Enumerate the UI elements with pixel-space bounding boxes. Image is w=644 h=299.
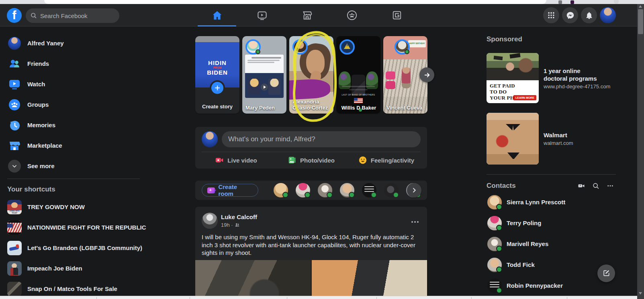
notifications-button[interactable] [581,7,597,23]
video-camera-plus-icon [207,187,215,193]
scrollbar-thumb[interactable] [638,9,643,34]
browser-extension-icon[interactable] [570,0,574,4]
search-bar[interactable] [26,8,119,23]
sidebar-item-label: Watch [27,81,45,87]
sidebar-item-friends[interactable]: Friends [3,53,144,74]
page-scrollbar[interactable] [637,4,644,299]
sidebar-item-see-more[interactable]: See more [3,156,144,176]
contacts-options-button[interactable] [605,180,616,191]
bottom-window-edge [0,296,644,299]
story-card-alexandria-ocasio-cortez[interactable]: Alexandria Ocasio-Cortez [289,36,333,114]
messenger-button[interactable] [562,7,578,23]
sponsored-header: Sponsored [487,35,616,43]
sidebar-item-memories[interactable]: Memories [3,115,144,135]
contact-robin-pennypacker[interactable]: Robin Pennypacker [487,275,616,296]
sidebar-item-label: Alfred Yaney [27,40,64,47]
memories-icon [7,118,22,132]
post-menu-button[interactable] [409,216,421,228]
sponsored-ad-walmart[interactable]: Walmart walmart.com [487,113,616,165]
post-author-name[interactable]: Luke Calcoff [221,214,257,220]
sidebar-item-marketplace[interactable]: Marketplace [3,135,144,156]
contacts-header: Contacts [487,182,572,190]
active-friend-avatar[interactable] [296,183,310,197]
play-icon [261,83,268,91]
ellipsis-icon [607,182,614,189]
sidebar-item-label: Memories [27,122,55,128]
browser-profile-icon[interactable] [614,0,619,4]
post-author-avatar[interactable] [202,213,218,229]
nav-right-icons [543,7,616,23]
shortcut-nationwide-fight[interactable]: NATIONWIDE FIGHT FOR THE REPUBLIC [3,217,144,238]
active-friend-avatar[interactable] [318,183,332,197]
shortcuts-header: Your shortcuts [3,179,144,197]
live-video-button[interactable]: Live video [198,153,274,167]
learn-more-button[interactable]: LEARN MORE [513,95,536,100]
marketplace-icon-blue [7,138,22,153]
shortcut-lets-go-brandon[interactable]: Let's Go Brandon (LGBFJB Community) [3,238,144,258]
plus-icon[interactable]: + [210,80,225,96]
photo-video-button[interactable]: Photo/video [274,153,349,167]
contact-todd-fick[interactable]: Todd Fick [487,254,616,275]
stories-next-button[interactable] [419,67,434,82]
composer-avatar[interactable] [202,131,218,147]
gaming-icon [392,10,402,20]
active-friend-avatar[interactable] [384,183,399,197]
online-dot [256,49,260,54]
ad-image [487,113,539,165]
right-divider [487,174,616,175]
create-story-photo: HIDIN FROM BIDEN [195,36,239,87]
create-room-button[interactable]: Create room [202,184,258,197]
post-images [195,260,427,296]
contact-avatar [487,195,502,210]
post-meta[interactable]: 19h · [221,222,240,228]
contact-marivell-reyes[interactable]: Marivell Reyes [487,234,616,254]
shortcut-thumbnail [7,200,22,214]
contact-sierra-lynn-prescott[interactable]: Sierra Lynn Prescott [487,192,616,212]
sponsored-ad-phd[interactable]: GET PAID TO DO YOUR PHD LEARN MORE 1 yea… [487,53,616,103]
photo-video-icon [288,156,296,165]
active-friend-avatar[interactable] [274,183,288,197]
sidebar-item-profile[interactable]: Alfred Yaney [3,33,144,53]
contact-terry-poling[interactable]: Terry Poling [487,213,616,233]
search-input[interactable] [40,12,108,19]
scroll-down-arrow[interactable] [639,292,642,295]
search-contacts-button[interactable] [590,180,601,191]
post-body-text: I will be using my Smith and Wesson HK-9… [202,233,421,257]
shortcut-trey-gowdy[interactable]: TREY GOWDY NOW [3,197,144,217]
active-friend-avatar[interactable] [340,183,354,197]
tab-watch[interactable] [239,4,284,26]
sidebar-item-groups[interactable]: Groups [3,94,144,115]
post-image[interactable] [312,260,427,296]
apps-menu-button[interactable] [543,7,559,23]
new-room-button[interactable] [576,180,587,191]
create-story-card[interactable]: HIDIN FROM BIDEN + Create story [195,36,239,114]
story-content [245,55,284,98]
active-friends-row [274,183,421,197]
sidebar-item-watch[interactable]: Watch [3,74,144,94]
story-card-willis-d-baker[interactable]: LAST OF BAND OF BROTHERS 3 Willis D Bake… [336,36,380,114]
browser-address-bar[interactable] [44,0,546,4]
story-avatar-unit-badge: 3 [339,39,355,55]
tab-groups[interactable] [329,4,374,26]
browser-extension-icon[interactable] [558,0,562,4]
scroll-up-arrow[interactable] [639,5,642,8]
post-image[interactable] [195,260,311,296]
online-dot [405,49,409,54]
tab-gaming[interactable] [374,4,419,26]
new-message-button[interactable] [597,264,615,282]
shortcut-impeach-joe-biden[interactable]: Impeach Joe Biden [3,258,144,279]
rooms-next-button[interactable] [407,183,421,197]
search-icon [31,12,37,19]
search-icon [593,183,599,189]
profile-avatar [7,36,22,51]
shortcut-thumbnail [7,241,22,255]
account-avatar[interactable] [600,7,616,23]
story-card-mary-peden[interactable]: Mary Peden [242,36,286,114]
tab-home[interactable] [194,4,239,26]
feeling-activity-button[interactable]: Feeling/activity [349,153,424,167]
status-input[interactable]: What's on your mind, Alfred? [222,131,421,147]
composer-divider [202,152,421,152]
facebook-logo[interactable]: f [7,8,22,23]
active-friend-avatar[interactable] [362,183,376,197]
tab-marketplace[interactable] [284,4,329,26]
